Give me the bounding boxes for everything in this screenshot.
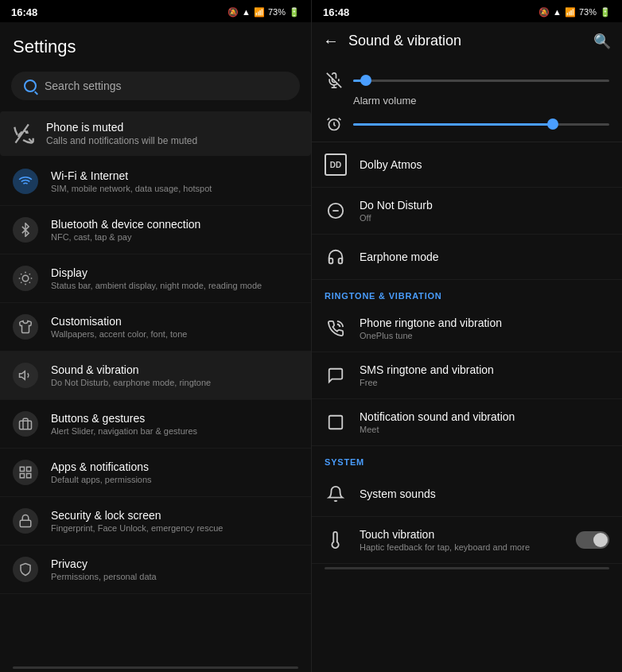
- dnd-title: Do Not Disturb: [360, 199, 433, 212]
- scroll-indicator-right: [325, 567, 609, 569]
- notification-sound-text: Notification sound and vibration Meet: [360, 410, 515, 434]
- settings-item-apps[interactable]: Apps & notifications Default apps, permi…: [0, 449, 311, 497]
- bluetooth-item-icon: [13, 217, 38, 243]
- security-item-icon: [13, 508, 38, 534]
- svg-rect-14: [20, 474, 24, 478]
- sound-vibration-title: Sound & vibration: [348, 33, 584, 49]
- privacy-item-icon: [13, 557, 38, 582]
- battery-text-right: 73%: [579, 7, 597, 17]
- alarm-volume-label: Alarm volume: [325, 95, 609, 110]
- customisation-item-icon: [13, 314, 38, 340]
- volume-sliders-section: Alarm volume: [312, 60, 622, 142]
- customisation-item-text: Customisation Wallpapers, accent color, …: [51, 315, 187, 339]
- wifi-sub: SIM, mobile network, data usage, hotspot: [51, 184, 212, 193]
- phone-muted-icon: [13, 122, 35, 145]
- bluetooth-item-text: Bluetooth & device connection NFC, cast,…: [51, 218, 200, 242]
- status-bar-right: 16:48 🔕 ▲ 📶 73% 🔋: [312, 0, 622, 22]
- wifi-icon: ▲: [242, 7, 251, 17]
- dnd-text: Do Not Disturb Off: [360, 199, 433, 223]
- wifi-item-icon: [13, 169, 38, 194]
- search-placeholder: Search settings: [45, 80, 122, 92]
- dolby-atmos-item[interactable]: DD Dolby Atmos: [312, 142, 622, 188]
- dolby-title: Dolby Atmos: [360, 158, 422, 171]
- system-sounds-item[interactable]: System sounds: [312, 472, 622, 517]
- svg-rect-22: [329, 416, 343, 429]
- status-time-left: 16:48: [11, 6, 37, 18]
- dnd-item[interactable]: Do Not Disturb Off: [312, 188, 622, 235]
- phone-ringtone-text: Phone ringtone and vibration OnePlus tun…: [360, 317, 502, 340]
- svg-point-0: [22, 275, 29, 282]
- phone-ringtone-title: Phone ringtone and vibration: [360, 317, 502, 329]
- touch-vibration-title: Touch vibration: [360, 528, 530, 541]
- ringer-slider-track[interactable]: [353, 80, 609, 82]
- sms-ringtone-sub: Free: [360, 378, 494, 387]
- svg-rect-13: [27, 474, 31, 478]
- buttons-item-icon: [13, 411, 38, 437]
- sound-vibration-header: ← Sound & vibration 🔍: [312, 22, 622, 60]
- security-title: Security & lock screen: [51, 509, 223, 522]
- earphone-icon: [325, 246, 347, 268]
- scroll-indicator-left: [13, 666, 298, 669]
- phone-ringtone-item[interactable]: Phone ringtone and vibration OnePlus tun…: [312, 305, 622, 352]
- ringer-slider-thumb: [360, 75, 371, 86]
- settings-item-wifi[interactable]: Wi-Fi & Internet SIM, mobile network, da…: [0, 157, 311, 206]
- ringer-slider-row: [325, 66, 609, 95]
- apps-item-icon: [13, 460, 38, 485]
- sms-ringtone-title: SMS ringtone and vibration: [360, 363, 494, 376]
- settings-panel-left: 16:48 🔕 ▲ 📶 73% 🔋 Settings Search settin…: [0, 0, 311, 672]
- signal-icon: 📶: [254, 7, 265, 17]
- settings-item-sound[interactable]: Sound & vibration Do Not Disturb, earpho…: [0, 352, 311, 400]
- search-icon: [24, 80, 37, 92]
- touch-vibration-toggle[interactable]: [576, 531, 609, 549]
- search-bar[interactable]: Search settings: [11, 72, 300, 100]
- status-time-right: 16:48: [323, 6, 349, 18]
- settings-item-display[interactable]: Display Status bar, ambient display, nig…: [0, 254, 311, 303]
- touch-vibration-text: Touch vibration Haptic feedback for tap,…: [360, 528, 530, 552]
- phone-ringtone-sub: OnePlus tune: [360, 331, 502, 340]
- security-item-text: Security & lock screen Fingerprint, Face…: [51, 509, 223, 533]
- svg-line-3: [21, 274, 21, 274]
- settings-title: Settings: [13, 37, 298, 57]
- privacy-sub: Permissions, personal data: [51, 572, 157, 581]
- bluetooth-title: Bluetooth & device connection: [51, 218, 200, 231]
- display-item-text: Display Status bar, ambient display, nig…: [51, 266, 262, 290]
- phone-ring-icon: [325, 317, 347, 340]
- settings-item-buttons[interactable]: Buttons & gestures Alert Slider, navigat…: [0, 400, 311, 449]
- sound-sub: Do Not Disturb, earphone mode, ringtone: [51, 378, 211, 387]
- dolby-icon: DD: [325, 153, 347, 176]
- system-bell-icon: [325, 483, 347, 505]
- toggle-thumb: [593, 533, 608, 547]
- notification-sound-title: Notification sound and vibration: [360, 410, 515, 423]
- settings-item-privacy[interactable]: Privacy Permissions, personal data: [0, 546, 311, 594]
- alarm-slider-thumb: [547, 118, 558, 130]
- buttons-title: Buttons & gestures: [51, 412, 197, 425]
- wifi-item-text: Wi-Fi & Internet SIM, mobile network, da…: [51, 169, 212, 193]
- notification-sound-item[interactable]: Notification sound and vibration Meet: [312, 399, 622, 446]
- muted-banner[interactable]: Phone is muted Calls and notifications w…: [0, 111, 311, 156]
- settings-item-customisation[interactable]: Customisation Wallpapers, accent color, …: [0, 303, 311, 352]
- earphone-text: Earphone mode: [360, 251, 439, 263]
- display-title: Display: [51, 266, 262, 279]
- sms-ringtone-text: SMS ringtone and vibration Free: [360, 363, 494, 387]
- apps-sub: Default apps, permissions: [51, 475, 152, 484]
- back-button[interactable]: ←: [323, 32, 339, 50]
- search-icon-right[interactable]: 🔍: [593, 33, 611, 50]
- sound-vibration-panel: 16:48 🔕 ▲ 📶 73% 🔋 ← Sound & vibration 🔍: [311, 0, 622, 672]
- status-icons-right: 🔕 ▲ 📶 73% 🔋: [538, 7, 611, 17]
- security-sub: Fingerprint, Face Unlock, emergency resc…: [51, 523, 223, 533]
- mute-icon: 🔕: [227, 7, 239, 17]
- touch-vibration-item[interactable]: Touch vibration Haptic feedback for tap,…: [312, 517, 622, 564]
- alarm-slider-track[interactable]: [353, 123, 609, 126]
- buttons-sub: Alert Slider, navigation bar & gestures: [51, 426, 197, 436]
- wifi-icon-right: ▲: [553, 7, 562, 17]
- svg-line-8: [29, 274, 30, 274]
- earphone-title: Earphone mode: [360, 251, 439, 263]
- earphone-item[interactable]: Earphone mode: [312, 235, 622, 280]
- settings-item-bluetooth[interactable]: Bluetooth & device connection NFC, cast,…: [0, 206, 311, 254]
- alarm-icon: [325, 116, 344, 132]
- sms-ringtone-item[interactable]: SMS ringtone and vibration Free: [312, 352, 622, 399]
- settings-item-security[interactable]: Security & lock screen Fingerprint, Face…: [0, 497, 311, 546]
- display-sub: Status bar, ambient display, night mode,…: [51, 281, 262, 290]
- system-sounds-text: System sounds: [360, 487, 436, 500]
- system-sounds-title: System sounds: [360, 487, 436, 500]
